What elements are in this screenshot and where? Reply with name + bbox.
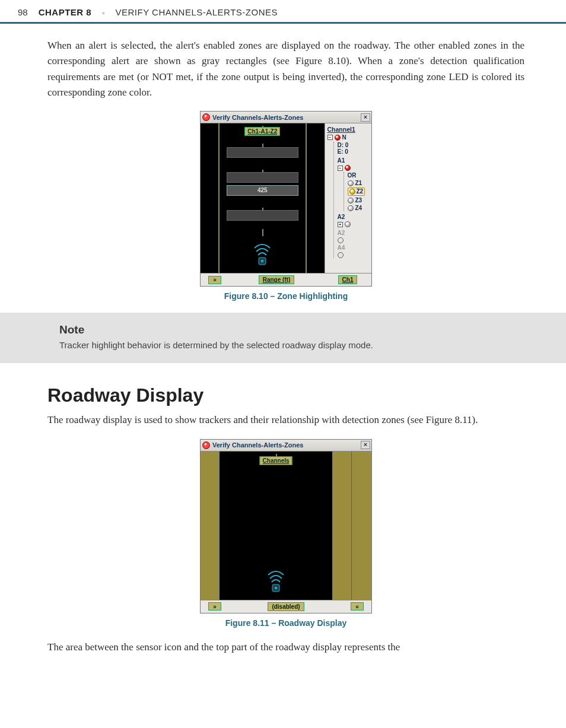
svg-point-1 [261, 260, 263, 262]
range-value: 425 [227, 187, 298, 193]
sensor-icon [266, 570, 286, 594]
tree-e: E: 0 [338, 148, 370, 155]
collapse-right-button[interactable]: « [351, 602, 364, 611]
roadway-display: Ch1-A1-Z2 425 [201, 123, 325, 273]
roadway-display: Channels [201, 452, 351, 600]
intro-paragraph: When an alert is selected, the alert's e… [47, 38, 524, 100]
tree-z2: Z2 [357, 188, 364, 195]
led-icon [348, 180, 354, 186]
led-red-icon [345, 165, 351, 171]
channel-button[interactable]: Ch1 [338, 275, 358, 284]
note-box: Note Tracker highlight behavior is deter… [0, 313, 566, 363]
svg-point-3 [275, 587, 277, 589]
verify-window-8-10: Verify Channels-Alerts-Zones × [200, 111, 372, 287]
closing-paragraph: The area between the sensor icon and the… [47, 640, 524, 655]
led-icon [348, 205, 354, 211]
chapter-label: CHAPTER 8 [39, 7, 92, 17]
window-title: Verify Channels-Alerts-Zones [212, 114, 303, 121]
led-hollow-icon [338, 237, 344, 243]
channels-chip[interactable]: Channels [260, 456, 292, 465]
zone-highlight[interactable]: Z2 [348, 187, 365, 196]
verify-window-8-11: Verify Channels-Alerts-Zones × Channels [200, 439, 372, 613]
app-icon [202, 441, 210, 449]
tree-or: OR [348, 172, 370, 179]
figure-8-10: Verify Channels-Alerts-Zones × [47, 111, 524, 287]
note-body: Tracker highlight behavior is determined… [59, 340, 524, 350]
tree-a2-disabled: A2 [338, 230, 345, 236]
collapse-icon[interactable]: − [327, 135, 333, 140]
window-titlebar: Verify Channels-Alerts-Zones × [201, 112, 371, 123]
tree-a4-disabled: A4 [338, 244, 345, 251]
app-icon [202, 113, 210, 121]
window-title: Verify Channels-Alerts-Zones [212, 441, 303, 449]
tree-z4[interactable]: Z4 [355, 205, 363, 211]
led-red-icon [335, 135, 341, 141]
collapse-icon[interactable]: − [338, 166, 343, 171]
disabled-button[interactable]: (disabled) [268, 602, 304, 611]
expand-left-button[interactable]: » [208, 602, 221, 611]
close-icon[interactable]: × [361, 113, 370, 122]
expand-left-button[interactable]: » [208, 276, 221, 284]
breadcrumb-chip[interactable]: Ch1-A1-Z2 [244, 127, 280, 136]
led-hollow-icon [338, 252, 344, 258]
section-heading-roadway-display: Roadway Display [47, 384, 524, 406]
figure-8-11: Verify Channels-Alerts-Zones × Channels [47, 439, 524, 613]
channel-tree: Channel1 − N D: 0 E: 0 A1 − [325, 123, 371, 273]
note-title: Note [59, 323, 524, 336]
close-icon[interactable]: × [361, 441, 370, 449]
expand-icon[interactable]: + [338, 222, 343, 227]
n-flag: N [342, 134, 346, 141]
led-icon [345, 221, 351, 227]
chapter-separator: ▫ [102, 9, 104, 17]
figure-8-10-caption: Figure 8.10 – Zone Highlighting [47, 291, 524, 301]
tree-d: D: 0 [338, 142, 370, 148]
sensor-icon [252, 243, 272, 267]
led-yellow-icon [349, 189, 355, 195]
led-icon [348, 198, 354, 204]
range-button[interactable]: Range (ft) [259, 275, 295, 284]
figure-8-11-caption: Figure 8.11 – Roadway Display [47, 618, 524, 628]
tree-z3[interactable]: Z3 [355, 197, 363, 204]
window-titlebar: Verify Channels-Alerts-Zones × [201, 440, 371, 452]
tree-channel-name[interactable]: Channel1 [327, 126, 370, 133]
roadway-paragraph: The roadway display is used to show trac… [47, 412, 524, 428]
tree-z1[interactable]: Z1 [355, 180, 363, 186]
chapter-title: VERIFY CHANNELS-ALERTS-ZONES [115, 7, 278, 17]
page-header: 98 CHAPTER 8 ▫ VERIFY CHANNELS-ALERTS-ZO… [0, 0, 566, 24]
tree-a1: A1 [338, 157, 370, 164]
tree-a2: A2 [338, 214, 370, 220]
page-number: 98 [18, 7, 28, 17]
